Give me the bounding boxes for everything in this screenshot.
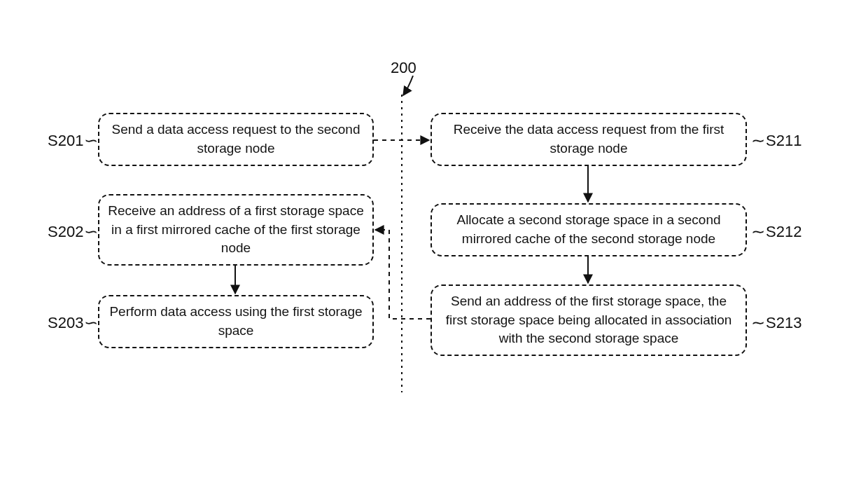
label-s212: ∼S212 (750, 223, 802, 241)
step-s212: Allocate a second storage space in a sec… (430, 203, 747, 256)
step-s202: Receive an address of a first storage sp… (98, 194, 374, 266)
label-s201-id: S201 (48, 132, 83, 149)
step-s201-text: Send a data access request to the second… (108, 121, 364, 158)
step-s203-text: Perform data access using the first stor… (108, 303, 364, 340)
step-s201: Send a data access request to the second… (98, 113, 374, 166)
step-s213: Send an address of the first storage spa… (430, 284, 747, 356)
tilde-icon: ∼ (751, 132, 765, 150)
label-s212-id: S212 (766, 223, 802, 240)
step-s213-text: Send an address of the first storage spa… (440, 292, 737, 348)
step-s203: Perform data access using the first stor… (98, 295, 374, 348)
arrow-s213-s202 (375, 230, 430, 319)
label-s203: S203∽ (48, 314, 99, 332)
tilde-icon: ∽ (84, 314, 98, 332)
label-s201: S201∽ (48, 132, 99, 150)
label-s213: ∼S213 (750, 314, 802, 332)
label-s203-id: S203 (48, 314, 83, 331)
tilde-icon: ∽ (84, 223, 98, 241)
ref-200: 200 (391, 59, 416, 77)
ref-200-leader (403, 76, 413, 95)
step-s212-text: Allocate a second storage space in a sec… (440, 211, 737, 248)
ref-200-text: 200 (391, 59, 416, 76)
label-s211-id: S211 (766, 132, 802, 149)
step-s211: Receive the data access request from the… (430, 113, 747, 166)
tilde-icon: ∽ (84, 132, 98, 150)
label-s211: ∼S211 (750, 132, 802, 150)
label-s213-id: S213 (766, 314, 802, 331)
label-s202-id: S202 (48, 223, 83, 240)
step-s202-text: Receive an address of a first storage sp… (108, 202, 364, 258)
tilde-icon: ∼ (751, 223, 765, 241)
tilde-icon: ∼ (751, 314, 765, 332)
step-s211-text: Receive the data access request from the… (440, 121, 737, 158)
diagram-stage: 200 Send a data access request to the se… (0, 0, 868, 494)
label-s202: S202∽ (48, 223, 99, 241)
